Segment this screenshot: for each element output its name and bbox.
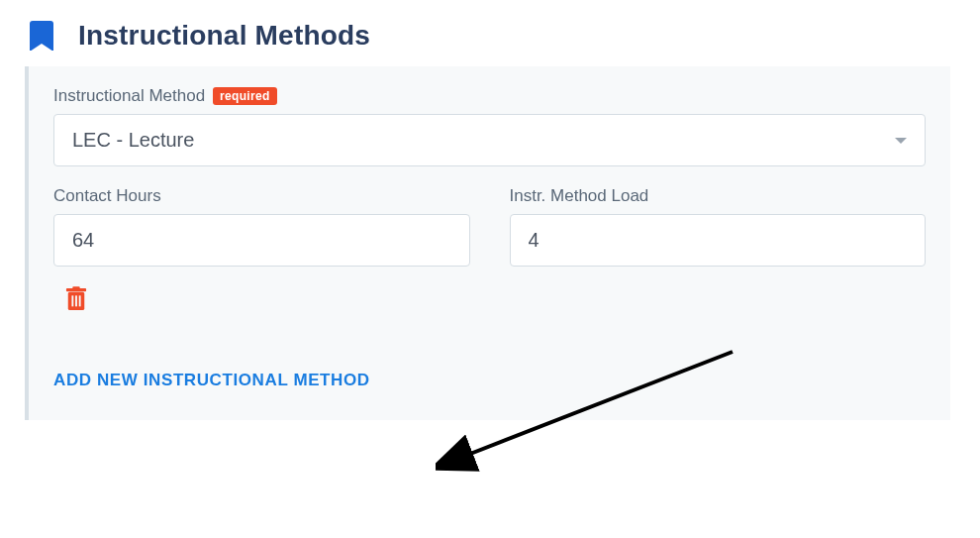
svg-rect-5: [79, 295, 81, 306]
form-panel: Instructional Method required LEC - Lect…: [25, 66, 950, 420]
method-selected-value: LEC - Lecture: [72, 129, 194, 152]
method-label-row: Instructional Method required: [53, 86, 926, 106]
section-title: Instructional Methods: [78, 20, 370, 52]
svg-rect-3: [71, 295, 73, 306]
section-header: Instructional Methods: [30, 20, 950, 52]
svg-rect-4: [75, 295, 77, 306]
method-dropdown[interactable]: LEC - Lecture: [53, 114, 926, 166]
chevron-down-icon: [895, 138, 907, 144]
bookmark-icon: [30, 21, 53, 51]
svg-rect-2: [72, 286, 79, 289]
required-badge: required: [213, 87, 276, 105]
trash-icon[interactable]: [65, 286, 87, 312]
contact-hours-label: Contact Hours: [53, 186, 161, 206]
method-load-label: Instr. Method Load: [510, 186, 649, 206]
method-label: Instructional Method: [53, 86, 205, 106]
add-method-link[interactable]: ADD NEW INSTRUCTIONAL METHOD: [53, 371, 370, 390]
contact-hours-input[interactable]: [53, 214, 470, 267]
method-load-input[interactable]: [510, 214, 927, 267]
